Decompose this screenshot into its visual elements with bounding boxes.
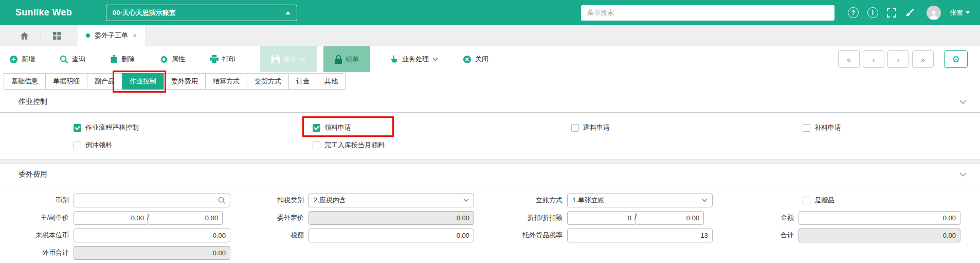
info-icon[interactable]: i xyxy=(867,7,878,18)
query-button[interactable]: 查询 xyxy=(60,55,85,64)
outsourcing-fee-section-header: 委外费用 xyxy=(0,164,980,185)
tax-type-label: 扣税类别 xyxy=(237,196,308,205)
first-record-button[interactable]: « xyxy=(838,50,860,68)
checkbox-material-supplement[interactable]: 补料申请 xyxy=(721,123,980,132)
tab-settlement-method[interactable]: 结算方式 xyxy=(205,73,247,90)
checkbox-icon[interactable] xyxy=(313,142,320,149)
checkbox-label: 作业流程严格控制 xyxy=(85,123,139,132)
main-sub-price-label: 主/副单价 xyxy=(0,213,74,222)
tax-amount-input[interactable] xyxy=(308,229,474,242)
checkbox-icon[interactable] xyxy=(803,124,810,132)
fee-form-row-2: 主/副单价 / 委外定价 折扣/折扣额 / 金额 xyxy=(0,209,980,226)
outsource-tax-rate-label: 托外货品税率 xyxy=(482,231,567,240)
divider xyxy=(41,30,41,41)
job-control-section-title: 作业控制 xyxy=(19,97,47,107)
previous-record-button[interactable]: ‹ xyxy=(863,50,884,68)
job-control-section-header: 作业控制 xyxy=(0,91,980,113)
tab-strip: 委外子工单 × xyxy=(0,25,980,46)
theme-brush-icon[interactable] xyxy=(905,8,915,17)
section-divider-band xyxy=(0,159,980,164)
lock-button[interactable]: 锁单 xyxy=(323,46,370,72)
tab-byproduct[interactable]: 副产品 xyxy=(87,73,122,90)
outsource-price-label: 委外定价 xyxy=(237,213,308,222)
checkbox-strict-process-control[interactable]: 作业流程严格控制 xyxy=(0,123,237,132)
amount-label: 金额 xyxy=(721,213,798,222)
next-record-button[interactable]: › xyxy=(887,50,909,68)
tab-basic-info[interactable]: 基础信息 xyxy=(4,73,46,90)
checkbox-icon[interactable] xyxy=(74,142,81,149)
menu-search-input[interactable] xyxy=(581,5,834,21)
checkbox-finish-stockin-current-month[interactable]: 完工入库按当月领料 xyxy=(237,141,482,150)
close-button[interactable]: 关闭 xyxy=(463,55,488,64)
checkbox-icon[interactable] xyxy=(74,124,81,132)
outsource-tax-rate-input[interactable] xyxy=(567,229,713,242)
job-control-checkbox-row-2: 倒冲领料 完工入库按当月领料 xyxy=(0,136,980,154)
checkbox-material-requisition[interactable]: 领料申请 xyxy=(237,123,482,132)
user-menu[interactable]: 张雪 xyxy=(950,8,970,17)
untaxed-local-input[interactable] xyxy=(74,229,230,242)
account-mode-label: 立账方式 xyxy=(482,196,567,205)
tax-amount-label: 税额 xyxy=(237,231,308,240)
checkbox-material-return[interactable]: 退料申请 xyxy=(482,123,721,132)
collapse-chevron-icon[interactable] xyxy=(959,170,967,179)
tab-delivery-method[interactable]: 交货方式 xyxy=(247,73,289,90)
print-button-label: 打印 xyxy=(222,55,235,64)
fee-form-row-1: 币别 扣税类别 2.应税内含 立账方式 1.单张立账 是赠品 xyxy=(0,191,980,209)
new-button[interactable]: 新增 xyxy=(9,55,35,64)
checkbox-backflush-picking[interactable]: 倒冲领料 xyxy=(0,141,237,150)
checkbox-label: 补料申请 xyxy=(814,123,841,132)
untaxed-local-label: 未税本位币 xyxy=(0,231,74,240)
help-icon[interactable]: ? xyxy=(848,7,859,18)
print-button[interactable]: 打印 xyxy=(210,55,235,64)
close-button-label: 关闭 xyxy=(475,55,488,64)
checkbox-label: 完工入库按当月领料 xyxy=(324,141,385,150)
account-set-dropdown[interactable]: 00-天心天思演示账套 xyxy=(106,5,297,21)
checkbox-icon[interactable] xyxy=(571,124,579,132)
top-bar: Sunlike Web 00-天心天思演示账套 ? i 张雪 xyxy=(0,0,980,25)
checkbox-icon[interactable] xyxy=(803,197,810,204)
checkbox-label: 倒冲领料 xyxy=(85,141,112,150)
apps-grid-icon[interactable] xyxy=(52,31,61,40)
checkbox-label: 是赠品 xyxy=(814,196,834,205)
business-process-button-label: 业务处理 xyxy=(402,55,429,64)
active-dot-icon xyxy=(86,33,90,38)
currency-input[interactable] xyxy=(74,194,230,207)
fee-form-row-3: 未税本位币 税额 托外货品税率 合计 xyxy=(0,226,980,244)
foreign-total-input xyxy=(74,246,230,260)
currency-label: 币别 xyxy=(0,196,74,205)
caret-up-icon xyxy=(285,11,291,14)
tab-deposit[interactable]: 订金 xyxy=(288,73,317,90)
checkbox-icon[interactable] xyxy=(313,124,320,132)
home-icon[interactable] xyxy=(20,31,29,41)
checkbox-label: 领料申请 xyxy=(324,123,351,132)
tab-outsourcing-fee[interactable]: 委外费用 xyxy=(164,73,206,90)
outsource-price-input xyxy=(308,211,474,225)
delete-button[interactable]: 删除 xyxy=(110,55,135,64)
tab-close-icon[interactable]: × xyxy=(133,32,137,39)
tab-other[interactable]: 其他 xyxy=(317,73,346,90)
avatar[interactable] xyxy=(927,6,941,20)
tab-job-control[interactable]: 作业控制 xyxy=(122,73,164,90)
collapse-chevron-icon[interactable] xyxy=(959,98,967,106)
document-tab[interactable]: 委外子工单 × xyxy=(78,25,145,46)
tab-document-detail[interactable]: 单据明细 xyxy=(45,73,87,90)
toolbar: 新增 查询 删除 属性 打印 xyxy=(0,46,980,72)
main-price-input[interactable] xyxy=(74,211,149,225)
checkbox-is-gift[interactable]: 是赠品 xyxy=(721,196,980,205)
job-control-checkbox-row-1: 作业流程严格控制 领料申请 退料申请 补料申请 xyxy=(0,119,980,136)
save-button[interactable]: 保存 xyxy=(260,46,317,72)
discount-rate-input[interactable] xyxy=(567,211,636,225)
tax-type-select[interactable]: 2.应税内含 xyxy=(308,194,474,207)
brand-logo: Sunlike Web xyxy=(15,7,72,18)
account-mode-select[interactable]: 1.单张立账 xyxy=(567,194,713,207)
chevron-down-icon xyxy=(463,199,469,202)
discount-amount-input[interactable] xyxy=(635,211,704,225)
sub-price-input[interactable] xyxy=(148,211,223,225)
business-process-button[interactable]: 业务处理 xyxy=(390,55,438,64)
last-record-button[interactable]: » xyxy=(912,50,934,68)
properties-button[interactable]: 属性 xyxy=(159,55,185,64)
fullscreen-icon[interactable] xyxy=(887,8,896,17)
settings-gear-button[interactable]: ⚙ xyxy=(944,50,968,68)
amount-input[interactable] xyxy=(798,211,960,225)
total-label: 合计 xyxy=(721,231,798,240)
